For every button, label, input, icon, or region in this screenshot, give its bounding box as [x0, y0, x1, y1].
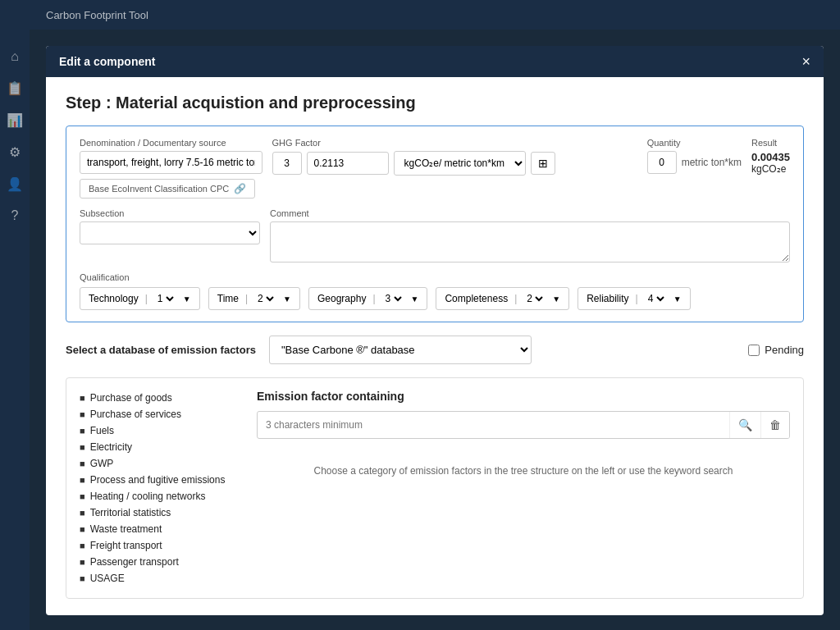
- chevron-time-icon: ▼: [283, 294, 291, 304]
- denomination-group: Denomination / Documentary source Base E…: [80, 138, 262, 199]
- modal-close-button[interactable]: ×: [801, 54, 810, 69]
- separator-1: |: [145, 293, 148, 304]
- expand-icon-9: ■: [80, 524, 85, 534]
- denomination-input[interactable]: [80, 151, 262, 174]
- modal: Edit a component × Step : Material acqui…: [46, 46, 824, 615]
- completeness-label: Completeness: [445, 293, 508, 304]
- tree-item-waste[interactable]: ■ Waste treatment: [80, 521, 244, 537]
- modal-title: Edit a component: [59, 55, 155, 68]
- database-row: Select a database of emission factors "B…: [66, 336, 804, 364]
- tree-item-process[interactable]: ■ Process and fugitive emissions: [80, 472, 244, 488]
- tree-item-territorial[interactable]: ■ Territorial statistics: [80, 504, 244, 521]
- time-select[interactable]: 12345: [254, 292, 276, 305]
- base-eco-label: Base EcoInvent Classification CPC: [89, 184, 229, 194]
- base-eco-tag: Base EcoInvent Classification CPC 🔗: [80, 179, 255, 199]
- comment-textarea[interactable]: [270, 221, 790, 262]
- search-row: 🔍 🗑: [257, 411, 790, 439]
- topbar-title: Carbon Footprint Tool: [46, 9, 148, 21]
- qual-technology: Technology | 12345 ▼: [80, 287, 200, 310]
- emission-section: ■ Purchase of goods ■ Purchase of servic…: [66, 377, 804, 599]
- pending-checkbox[interactable]: [748, 345, 760, 356]
- expand-icon-2: ■: [80, 409, 85, 419]
- completeness-select[interactable]: 12345: [523, 292, 546, 305]
- subsection-label: Subsection: [80, 208, 260, 218]
- qual-geography: Geography | 12345 ▼: [308, 287, 427, 310]
- quantity-unit: metric ton*km: [682, 157, 742, 168]
- ghg-label: GHG Factor: [272, 138, 637, 148]
- pending-label: Pending: [765, 344, 804, 356]
- qual-time: Time | 12345 ▼: [208, 287, 300, 310]
- tree-label-5: GWP: [90, 458, 114, 469]
- grid-button[interactable]: ⊞: [531, 152, 555, 175]
- tree-item-purchase-services[interactable]: ■ Purchase of services: [80, 406, 244, 422]
- tree-item-usage[interactable]: ■ USAGE: [80, 570, 244, 587]
- quantity-input[interactable]: [647, 151, 677, 174]
- search-button[interactable]: 🔍: [729, 412, 760, 438]
- quantity-label: Quantity: [647, 138, 742, 148]
- topbar: Carbon Footprint Tool: [0, 0, 840, 30]
- database-label: Select a database of emission factors: [66, 344, 256, 356]
- result-group: Result 0.00435 kgCO₂e: [751, 138, 790, 175]
- reliability-label: Reliability: [587, 293, 628, 304]
- expand-icon-11: ■: [80, 557, 85, 567]
- result-unit: kgCO₂e: [751, 163, 790, 175]
- expand-icon-5: ■: [80, 459, 85, 468]
- page-wrapper: Carbon Footprint Tool ⌂ 📋 📊 ⚙ 👤 ? Edit a…: [0, 0, 840, 630]
- sub-row: Subsection Comment: [80, 208, 790, 262]
- technology-select[interactable]: 12345: [154, 292, 176, 305]
- tree-item-heating[interactable]: ■ Heating / cooling networks: [80, 488, 244, 504]
- geography-select[interactable]: 12345: [382, 292, 404, 305]
- tree-label-8: Territorial statistics: [90, 507, 171, 518]
- sidebar-icon-docs[interactable]: 📋: [7, 80, 23, 96]
- tree-label-6: Process and fugitive emissions: [90, 474, 226, 486]
- expand-icon-1: ■: [80, 393, 85, 403]
- modal-header: Edit a component ×: [46, 46, 824, 77]
- link-icon[interactable]: 🔗: [234, 183, 246, 194]
- tree-item-passenger[interactable]: ■ Passenger transport: [80, 554, 244, 570]
- tree-item-purchase-goods[interactable]: ■ Purchase of goods: [80, 390, 244, 406]
- ghg-multiplier-input[interactable]: [272, 152, 302, 175]
- subsection-select[interactable]: [80, 221, 260, 244]
- chevron-reliability-icon: ▼: [673, 294, 682, 304]
- tree-label-12: USAGE: [90, 573, 125, 584]
- sidebar: ⌂ 📋 📊 ⚙ 👤 ?: [0, 0, 30, 630]
- sidebar-icon-chart[interactable]: 📊: [7, 112, 23, 128]
- expand-icon-3: ■: [80, 426, 85, 436]
- ghg-value-input[interactable]: [307, 152, 389, 175]
- expand-icon-12: ■: [80, 573, 85, 583]
- tree-item-freight[interactable]: ■ Freight transport: [80, 537, 244, 554]
- chevron-technology-icon: ▼: [183, 294, 191, 304]
- technology-label: Technology: [89, 293, 139, 304]
- geography-label: Geography: [317, 293, 366, 304]
- tree-item-gwp[interactable]: ■ GWP: [80, 455, 244, 472]
- expand-icon-4: ■: [80, 442, 85, 452]
- modal-wrapper: Edit a component × Step : Material acqui…: [30, 30, 840, 630]
- sidebar-icon-home[interactable]: ⌂: [11, 49, 19, 64]
- sidebar-icon-user[interactable]: 👤: [7, 176, 23, 192]
- quantity-row: metric ton*km: [647, 151, 742, 174]
- chevron-completeness-icon: ▼: [552, 294, 560, 304]
- qual-row: Technology | 12345 ▼ Time |: [80, 287, 790, 310]
- separator-4: |: [514, 293, 517, 304]
- first-row: Denomination / Documentary source Base E…: [80, 138, 790, 199]
- comment-group: Comment: [270, 208, 790, 262]
- database-select[interactable]: "Base Carbone ®" database EcoInvent Cust…: [269, 336, 532, 364]
- ghg-row: kgCO₂e/ metric ton*km ⊞: [272, 151, 637, 176]
- tree-item-fuels[interactable]: ■ Fuels: [80, 422, 244, 439]
- qualification-section: Qualification Technology | 12345 ▼: [80, 272, 790, 310]
- delete-button[interactable]: 🗑: [760, 412, 789, 438]
- step-title: Step : Material acquistion and preproces…: [66, 94, 804, 112]
- sidebar-icon-settings[interactable]: ⚙: [9, 144, 21, 160]
- emission-search-input[interactable]: [258, 413, 729, 437]
- tree-label-3: Fuels: [90, 425, 114, 436]
- reliability-select[interactable]: 12345: [645, 292, 667, 305]
- tree-label-7: Heating / cooling networks: [90, 491, 206, 502]
- denomination-label: Denomination / Documentary source: [80, 138, 262, 148]
- base-eco-row: Base EcoInvent Classification CPC 🔗: [80, 179, 262, 199]
- tree-item-electricity[interactable]: ■ Electricity: [80, 439, 244, 455]
- sidebar-icon-help[interactable]: ?: [11, 208, 19, 223]
- time-label: Time: [217, 293, 239, 304]
- tree-label-11: Passenger transport: [90, 556, 179, 568]
- result-label: Result: [751, 138, 790, 148]
- ghg-unit-select[interactable]: kgCO₂e/ metric ton*km: [394, 151, 526, 176]
